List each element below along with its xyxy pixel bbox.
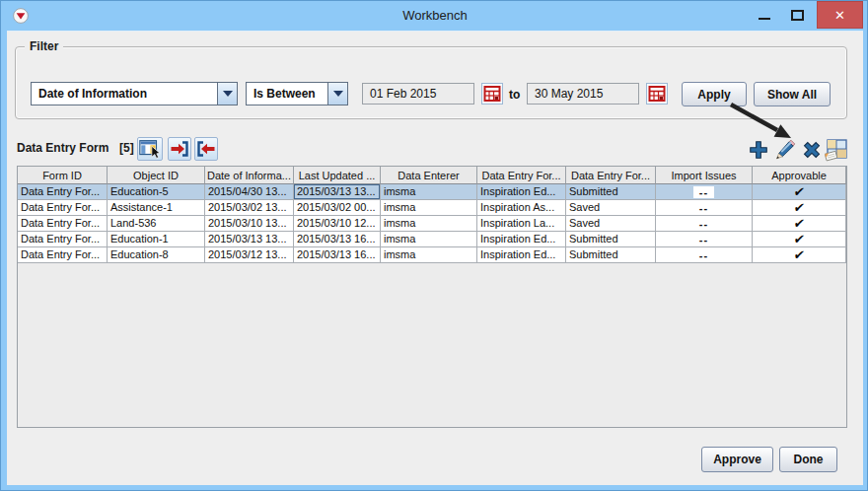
table-cell[interactable]: Inspiration Ed... (477, 184, 566, 200)
column-header[interactable]: Data Enterer (381, 167, 477, 184)
table-cell[interactable]: Data Entry For... (18, 184, 108, 200)
table-cell[interactable]: Inspiration As... (477, 200, 566, 216)
table-cell[interactable]: -- (656, 200, 753, 216)
filter-group-label: Filter (25, 39, 63, 53)
date-to-calendar-button[interactable] (646, 83, 668, 105)
minimize-button[interactable] (751, 1, 778, 29)
edit-button[interactable] (772, 138, 797, 162)
table-row[interactable]: Data Entry For...Land-5362015/03/10 13..… (18, 216, 847, 232)
delete-button[interactable] (799, 138, 824, 162)
table-cell[interactable]: Education-5 (108, 184, 205, 200)
column-header[interactable]: Data Entry For... (566, 167, 656, 184)
data-entry-form-table[interactable]: Form IDObject IDDate of Informa...Last U… (17, 166, 847, 428)
table-row[interactable]: Data Entry For...Assistance-12015/03/02 … (18, 200, 847, 216)
table-cell[interactable]: 2015/03/10 13... (205, 216, 294, 232)
pencil-icon (774, 139, 796, 161)
table-cell[interactable]: Education-1 (108, 232, 205, 247)
table-cell[interactable]: imsma (381, 247, 477, 263)
table-cell[interactable]: -- (656, 184, 753, 200)
column-header[interactable]: Form ID (18, 167, 108, 184)
add-button[interactable] (746, 138, 770, 162)
map-icon (825, 138, 848, 162)
to-label: to (509, 88, 520, 102)
move-left-button[interactable] (194, 137, 218, 161)
table-cell[interactable]: ✔ (753, 184, 846, 200)
show-all-button[interactable]: Show All (754, 82, 831, 106)
date-to-field[interactable]: 30 May 2015 (527, 83, 639, 105)
check-icon: ✔ (792, 232, 805, 246)
table-cell[interactable]: imsma (381, 216, 477, 232)
filter-operator-value: Is Between (247, 83, 327, 105)
table-cell[interactable]: -- (656, 247, 753, 263)
import-issues-none: -- (693, 186, 714, 198)
chevron-down-icon (327, 83, 347, 105)
table-cell[interactable]: 2015/03/13 13... (205, 232, 294, 247)
note-icon (825, 151, 836, 161)
calendar-icon (483, 85, 501, 103)
done-button[interactable]: Done (779, 447, 837, 472)
table-cell[interactable]: Inspiration La... (477, 216, 566, 232)
table-cell[interactable]: Data Entry For... (18, 232, 108, 247)
table-cell[interactable]: Data Entry For... (18, 247, 108, 263)
maximize-button[interactable] (783, 1, 811, 29)
maximize-icon (791, 10, 804, 21)
table-cell[interactable]: 2015/03/02 13... (205, 200, 294, 216)
table-cell[interactable]: 2015/04/30 13... (205, 184, 294, 200)
column-header[interactable]: Date of Informa... (205, 167, 294, 184)
table-cell[interactable]: ✔ (753, 216, 846, 232)
column-header[interactable]: Object ID (108, 167, 205, 184)
table-cell[interactable]: -- (656, 216, 753, 232)
approve-button[interactable]: Approve (701, 447, 773, 472)
table-cell[interactable]: Assistance-1 (108, 200, 205, 216)
move-right-button[interactable] (168, 137, 191, 161)
check-icon: ✔ (792, 184, 805, 199)
titlebar[interactable]: Workbench ✕ (1, 1, 868, 31)
date-from-calendar-button[interactable] (481, 83, 503, 105)
table-cell[interactable]: 2015/03/13 13... (294, 184, 381, 200)
filter-operator-combo[interactable]: Is Between (246, 82, 348, 105)
table-cell[interactable]: ✔ (753, 200, 846, 216)
table-cell[interactable]: Inspiration Ed... (477, 232, 566, 247)
table-cell[interactable]: 2015/03/10 12... (294, 216, 381, 232)
column-chooser-button[interactable] (137, 137, 163, 161)
check-icon: ✔ (792, 247, 805, 262)
table-cell[interactable]: 2015/03/13 16... (294, 247, 381, 263)
table-cell[interactable]: imsma (381, 232, 477, 247)
table-cell[interactable]: ✔ (753, 232, 846, 247)
apply-button[interactable]: Apply (682, 82, 747, 106)
table-cell[interactable]: Saved (566, 216, 656, 232)
table-row[interactable]: Data Entry For...Education-82015/03/12 1… (18, 247, 847, 263)
table-cell[interactable]: 2015/03/02 00... (294, 200, 381, 216)
column-header[interactable]: Last Updated ... (294, 167, 381, 184)
table-cell[interactable]: Land-536 (108, 216, 205, 232)
table-row[interactable]: Data Entry For...Education-52015/04/30 1… (18, 184, 847, 200)
check-icon: ✔ (792, 200, 805, 215)
delete-cross-icon (801, 139, 823, 161)
filter-field-combo[interactable]: Date of Information (31, 82, 238, 105)
map-summary-button[interactable] (824, 138, 848, 162)
table-cell[interactable]: -- (656, 232, 753, 247)
close-icon: ✕ (834, 8, 845, 23)
table-cell[interactable]: Submitted (566, 247, 656, 263)
table-cell[interactable]: Saved (566, 200, 656, 216)
table-cell[interactable]: Data Entry For... (18, 200, 108, 216)
close-button[interactable]: ✕ (817, 1, 863, 29)
column-header[interactable]: Approvable (753, 167, 846, 184)
table-cell[interactable]: 2015/03/12 13... (205, 247, 294, 263)
table-cell[interactable]: ✔ (753, 247, 846, 263)
column-header[interactable]: Import Issues (656, 167, 753, 184)
table-cell[interactable]: Inspiration Ed... (477, 247, 566, 263)
table-cell[interactable]: imsma (381, 200, 477, 216)
table-cell[interactable]: 2015/03/13 16... (294, 232, 381, 247)
table-cell[interactable]: Education-8 (108, 247, 205, 263)
table-cell[interactable]: Data Entry For... (18, 216, 108, 232)
table-cell[interactable]: Submitted (566, 232, 656, 247)
table-row[interactable]: Data Entry For...Education-12015/03/13 1… (18, 232, 847, 247)
section-title: Data Entry Form (17, 141, 108, 155)
table-cell[interactable]: imsma (381, 184, 477, 200)
date-from-field[interactable]: 01 Feb 2015 (362, 83, 474, 105)
column-header[interactable]: Data Entry For... (477, 167, 566, 184)
minimize-icon (759, 18, 770, 20)
table-cell[interactable]: Submitted (566, 184, 656, 200)
record-count-badge: [5] (119, 141, 134, 155)
